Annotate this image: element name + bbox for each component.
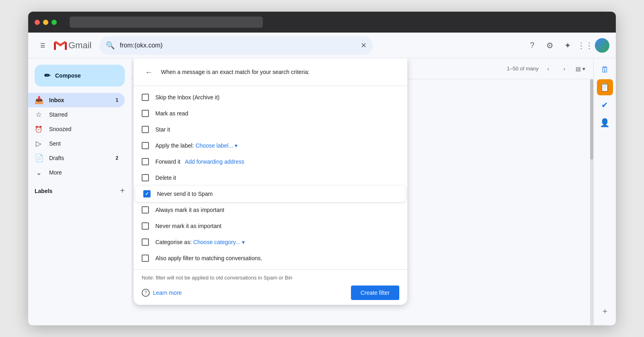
delete-label: Delete it <box>155 175 176 181</box>
apply-filter-checkbox[interactable] <box>142 255 149 262</box>
filter-option-apply-filter: Also apply filter to matching conversati… <box>134 250 407 266</box>
gmail-app: ☰ Gmail 🔍 <box>28 33 616 325</box>
search-container: 🔍 ✕ <box>99 36 373 55</box>
learn-more-link[interactable]: Learn more <box>153 290 182 296</box>
filter-option-skip-inbox: Skip the Inbox (Archive it) <box>134 89 407 105</box>
account-avatar[interactable] <box>595 38 609 53</box>
view-options-icon: ▤ ▾ <box>576 66 585 72</box>
right-sidebar-contacts-button[interactable]: 👤 <box>597 115 613 131</box>
delete-checkbox[interactable] <box>142 174 149 181</box>
drafts-count: 2 <box>116 155 118 161</box>
create-filter-button[interactable]: Create filter <box>351 286 399 300</box>
filter-option-never-important: Never mark it as important <box>134 218 407 234</box>
scrollbar-thumb[interactable] <box>590 79 593 160</box>
pagination-count: 1–50 of many <box>507 66 539 72</box>
browser-titlebar <box>28 12 616 33</box>
search-clear-button[interactable]: ✕ <box>361 42 367 49</box>
right-sidebar: 🗓 📋 ✔ 👤 ＋ <box>593 58 616 325</box>
sidebar: ✏ Compose 📥 Inbox 1 ☆ Starred <box>28 58 131 325</box>
right-sidebar-tasks-button[interactable]: ✔ <box>597 97 613 113</box>
compose-button[interactable]: ✏ Compose <box>35 65 125 86</box>
sidebar-inbox-label: Inbox <box>49 97 109 103</box>
skip-inbox-label: Skip the Inbox (Archive it) <box>155 94 220 101</box>
search-input[interactable] <box>120 42 356 49</box>
back-arrow-icon: ← <box>145 68 153 77</box>
apply-label-label: Apply the label: Choose label... ▾ <box>155 142 237 149</box>
filter-note: Note: filter will not be applied to old … <box>142 275 399 281</box>
gmail-main: ✏ Compose 📥 Inbox 1 ☆ Starred <box>28 58 616 325</box>
search-icon: 🔍 <box>106 41 115 50</box>
search-bar: 🔍 ✕ <box>99 36 373 55</box>
filter-option-always-important: Always mark it as important <box>134 202 407 218</box>
hamburger-icon: ☰ <box>40 42 45 49</box>
sidebar-item-sent[interactable]: ▷ Sent <box>28 136 125 151</box>
filter-option-delete: Delete it <box>134 170 407 186</box>
chevron-right-icon: › <box>564 66 566 72</box>
star-it-label: Star it <box>155 126 170 133</box>
snoozed-icon: ⏰ <box>35 125 43 133</box>
minimize-dot[interactable] <box>43 20 48 25</box>
sidebar-more-label: More <box>49 169 118 176</box>
menu-button[interactable]: ☰ <box>35 37 51 53</box>
apply-filter-label: Also apply filter to matching conversati… <box>155 255 262 261</box>
dialog-actions: ? Learn more Create filter <box>142 286 399 300</box>
gmail-logo-icon <box>54 39 67 52</box>
sidebar-snoozed-label: Snoozed <box>49 126 118 132</box>
choose-category-dropdown[interactable]: Choose category... ▾ <box>193 239 244 245</box>
dialog-back-button[interactable]: ← <box>142 65 156 79</box>
chevron-left-icon: ‹ <box>547 66 549 72</box>
tasks-icon: ✔ <box>601 100 608 110</box>
never-spam-checkbox[interactable] <box>143 190 151 197</box>
close-dot[interactable] <box>35 20 40 25</box>
gmail-logo: Gmail <box>54 39 91 52</box>
choose-label-text: Choose label... <box>196 142 233 149</box>
browser-address-bar[interactable] <box>70 16 263 28</box>
categorise-label: Categorise as: Choose category... ▾ <box>155 239 245 245</box>
prev-page-button[interactable]: ‹ <box>542 62 555 75</box>
choose-label-dropdown[interactable]: Choose label... ▾ <box>196 142 237 149</box>
mark-read-checkbox[interactable] <box>142 110 149 117</box>
sidebar-item-inbox[interactable]: 📥 Inbox 1 <box>28 93 125 107</box>
skip-inbox-checkbox[interactable] <box>142 94 149 101</box>
add-icon: ＋ <box>601 306 609 316</box>
settings-icon: ⚙ <box>546 41 553 50</box>
learn-more-help-icon[interactable]: ? <box>142 289 150 297</box>
labels-add-button[interactable]: + <box>120 186 125 195</box>
star-it-checkbox[interactable] <box>142 126 149 133</box>
view-options-button[interactable]: ▤ ▾ <box>574 62 587 75</box>
maximize-dot[interactable] <box>52 20 57 25</box>
categorise-checkbox[interactable] <box>142 238 149 246</box>
filter-option-mark-read: Mark as read <box>134 105 407 121</box>
apps-button[interactable]: ⋮⋮ <box>577 37 593 53</box>
filter-option-categorise: Categorise as: Choose category... ▾ <box>134 234 407 250</box>
compose-icon: ✏ <box>44 71 50 80</box>
never-important-checkbox[interactable] <box>142 222 149 230</box>
apply-label-checkbox[interactable] <box>142 142 149 149</box>
drafts-icon: 📄 <box>35 154 43 162</box>
settings-button[interactable]: ⚙ <box>542 37 558 53</box>
filter-option-forward: Forward it Add forwarding address <box>134 154 407 170</box>
help-button[interactable]: ? <box>524 37 540 53</box>
sidebar-item-drafts[interactable]: 📄 Drafts 2 <box>28 151 125 165</box>
browser-traffic-lights <box>35 20 57 25</box>
right-sidebar-calendar-button[interactable]: 🗓 <box>597 62 613 78</box>
right-sidebar-keep-button[interactable]: 📋 <box>597 79 613 95</box>
choose-category-text: Choose category... <box>193 239 240 245</box>
content-area: 1–50 of many ‹ › ▤ ▾ <box>131 58 593 325</box>
sidebar-item-starred[interactable]: ☆ Starred <box>28 107 125 122</box>
scrollbar[interactable] <box>590 79 593 325</box>
add-forwarding-address-link[interactable]: Add forwarding address <box>185 158 244 165</box>
forward-checkbox[interactable] <box>142 158 149 165</box>
sidebar-item-more[interactable]: ⌄ More <box>28 165 125 180</box>
label-dropdown-arrow: ▾ <box>235 142 237 149</box>
sidebar-item-snoozed[interactable]: ⏰ Snoozed <box>28 122 125 136</box>
inbox-icon: 📥 <box>35 96 43 105</box>
labels-title: Labels <box>35 188 52 194</box>
always-important-checkbox[interactable] <box>142 206 149 214</box>
assistant-button[interactable]: ✦ <box>559 37 576 53</box>
assistant-icon: ✦ <box>564 41 571 50</box>
next-page-button[interactable]: › <box>558 62 571 75</box>
right-sidebar-add-button[interactable]: ＋ <box>597 303 613 319</box>
apps-grid-icon: ⋮⋮ <box>577 41 593 50</box>
inbox-count: 1 <box>116 97 118 103</box>
